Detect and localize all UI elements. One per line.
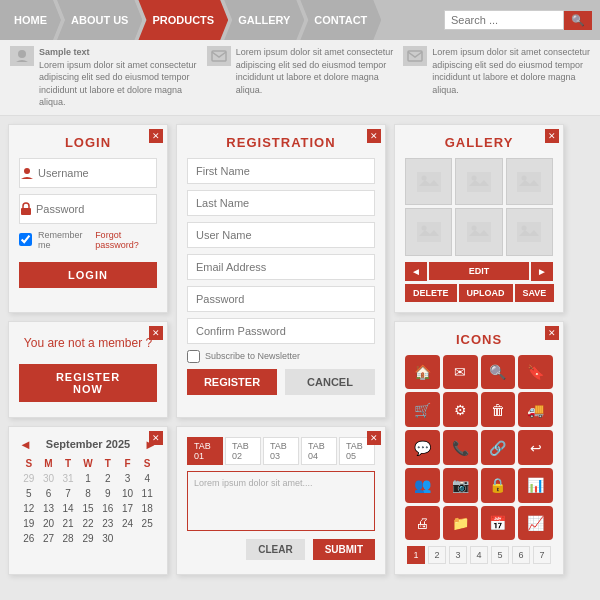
- icon-chat[interactable]: 💬: [405, 430, 440, 465]
- cal-day-12[interactable]: 12: [19, 501, 39, 516]
- gallery-thumb-1[interactable]: [405, 158, 452, 205]
- gallery-thumb-6[interactable]: [506, 208, 553, 255]
- icon-truck[interactable]: 🚚: [518, 392, 553, 427]
- gallery-delete-button[interactable]: DELETE: [405, 284, 457, 302]
- cal-day-4[interactable]: 4: [137, 471, 157, 486]
- cal-day-1[interactable]: 1: [78, 471, 98, 486]
- nav-products[interactable]: PRODUCTS: [138, 0, 228, 40]
- cal-day-6[interactable]: 6: [39, 486, 59, 501]
- cal-day-11[interactable]: 11: [137, 486, 157, 501]
- search-input[interactable]: [444, 10, 564, 30]
- icon-cart[interactable]: 🛒: [405, 392, 440, 427]
- cal-day-18[interactable]: 18: [137, 501, 157, 516]
- cal-day-26[interactable]: 26: [19, 531, 39, 546]
- icon-link[interactable]: 🔗: [481, 430, 516, 465]
- registration-close-button[interactable]: ✕: [367, 129, 381, 143]
- icon-mail[interactable]: ✉: [443, 355, 478, 390]
- icon-folder[interactable]: 📁: [443, 506, 478, 541]
- icon-calendar[interactable]: 📅: [481, 506, 516, 541]
- page-btn-6[interactable]: 6: [512, 546, 530, 564]
- cal-day-15[interactable]: 15: [78, 501, 98, 516]
- newsletter-checkbox[interactable]: [187, 350, 200, 363]
- cancel-button[interactable]: CANCEL: [285, 369, 375, 395]
- remember-checkbox[interactable]: [19, 233, 32, 246]
- icon-lock[interactable]: 🔒: [481, 468, 516, 503]
- icon-trash[interactable]: 🗑: [481, 392, 516, 427]
- icons-close-button[interactable]: ✕: [545, 326, 559, 340]
- cal-day-24[interactable]: 24: [118, 516, 138, 531]
- firstname-input[interactable]: [187, 158, 375, 184]
- cal-day-23[interactable]: 23: [98, 516, 118, 531]
- register-button[interactable]: REGISTER: [187, 369, 277, 395]
- icon-phone[interactable]: 📞: [443, 430, 478, 465]
- icon-camera[interactable]: 📷: [443, 468, 478, 503]
- icon-home[interactable]: 🏠: [405, 355, 440, 390]
- tab-03[interactable]: TAB 03: [263, 437, 299, 465]
- promo-close-button[interactable]: ✕: [149, 326, 163, 340]
- page-btn-5[interactable]: 5: [491, 546, 509, 564]
- cal-day-17[interactable]: 17: [118, 501, 138, 516]
- submit-button[interactable]: SUBMIT: [313, 539, 375, 560]
- page-btn-3[interactable]: 3: [449, 546, 467, 564]
- page-btn-7[interactable]: 7: [533, 546, 551, 564]
- password-input[interactable]: [32, 199, 178, 219]
- cal-day-7[interactable]: 7: [58, 486, 78, 501]
- cal-day-8[interactable]: 8: [78, 486, 98, 501]
- icon-bookmark[interactable]: 🔖: [518, 355, 553, 390]
- gallery-thumb-4[interactable]: [405, 208, 452, 255]
- email-input[interactable]: [187, 254, 375, 280]
- gallery-thumb-3[interactable]: [506, 158, 553, 205]
- page-btn-4[interactable]: 4: [470, 546, 488, 564]
- gallery-next-button[interactable]: ►: [531, 262, 553, 281]
- cal-day-30[interactable]: 30: [39, 471, 59, 486]
- gallery-thumb-2[interactable]: [455, 158, 502, 205]
- nav-home[interactable]: HOME: [0, 0, 61, 40]
- cal-day-oct1[interactable]: [118, 531, 138, 546]
- gallery-save-button[interactable]: SAVE: [515, 284, 555, 302]
- tabs-close-button[interactable]: ✕: [367, 431, 381, 445]
- calendar-close-button[interactable]: ✕: [149, 431, 163, 445]
- tab-04[interactable]: TAB 04: [301, 437, 337, 465]
- cal-day-25[interactable]: 25: [137, 516, 157, 531]
- cal-day-5[interactable]: 5: [19, 486, 39, 501]
- tab-02[interactable]: TAB 02: [225, 437, 261, 465]
- gallery-thumb-5[interactable]: [455, 208, 502, 255]
- cal-day-29[interactable]: 29: [19, 471, 39, 486]
- gallery-prev-button[interactable]: ◄: [405, 262, 427, 281]
- tab-01[interactable]: TAB 01: [187, 437, 223, 465]
- reg-password-input[interactable]: [187, 286, 375, 312]
- cal-day-31[interactable]: 31: [58, 471, 78, 486]
- forgot-password-link[interactable]: Forgot password?: [95, 230, 157, 250]
- cal-day-30b[interactable]: 30: [98, 531, 118, 546]
- gallery-upload-button[interactable]: UPLOAD: [459, 284, 513, 302]
- page-btn-2[interactable]: 2: [428, 546, 446, 564]
- nav-about[interactable]: ABOUT US: [57, 0, 142, 40]
- gallery-close-button[interactable]: ✕: [545, 129, 559, 143]
- confirm-password-input[interactable]: [187, 318, 375, 344]
- cal-day-2[interactable]: 2: [98, 471, 118, 486]
- cal-day-29b[interactable]: 29: [78, 531, 98, 546]
- register-now-button[interactable]: REGISTER NOW: [19, 364, 157, 402]
- login-button[interactable]: LOGIN: [19, 262, 157, 288]
- icon-stats[interactable]: 📈: [518, 506, 553, 541]
- cal-day-9[interactable]: 9: [98, 486, 118, 501]
- cal-day-3[interactable]: 3: [118, 471, 138, 486]
- cal-day-16[interactable]: 16: [98, 501, 118, 516]
- search-button[interactable]: 🔍: [564, 11, 592, 30]
- nav-contact[interactable]: CONTACT: [300, 0, 381, 40]
- icon-settings[interactable]: ⚙: [443, 392, 478, 427]
- cal-day-19[interactable]: 19: [19, 516, 39, 531]
- cal-day-22[interactable]: 22: [78, 516, 98, 531]
- cal-day-27[interactable]: 27: [39, 531, 59, 546]
- icon-chart[interactable]: 📊: [518, 468, 553, 503]
- cal-day-14[interactable]: 14: [58, 501, 78, 516]
- nav-gallery[interactable]: GALLERY: [224, 0, 304, 40]
- cal-day-28[interactable]: 28: [58, 531, 78, 546]
- cal-day-oct2[interactable]: [137, 531, 157, 546]
- cal-day-13[interactable]: 13: [39, 501, 59, 516]
- icon-undo[interactable]: ↩: [518, 430, 553, 465]
- cal-day-21[interactable]: 21: [58, 516, 78, 531]
- username-input[interactable]: [34, 163, 180, 183]
- icon-search[interactable]: 🔍: [481, 355, 516, 390]
- lastname-input[interactable]: [187, 190, 375, 216]
